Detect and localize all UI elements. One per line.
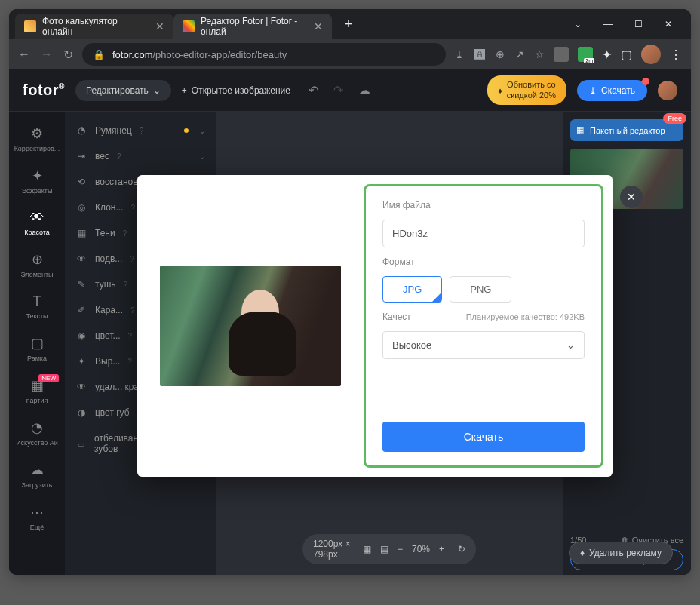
modal-download-button[interactable]: Скачать <box>382 422 585 452</box>
rail-item-ещ[interactable]: ⋯Ещё <box>9 496 65 539</box>
fit-icon[interactable]: ▦ <box>363 544 371 554</box>
tool-icon: 👁 <box>75 253 88 264</box>
rail-item-эффекты[interactable]: ✦Эффекты <box>9 160 65 202</box>
share-icon[interactable]: ↗ <box>515 48 524 60</box>
info-icon: ? <box>130 306 135 315</box>
app-toolbar: fotor® Редактировать⌄ +Открытое изображе… <box>9 69 691 112</box>
rail-item-тексты[interactable]: TТексты <box>9 286 65 327</box>
rail-label: партия <box>26 397 48 404</box>
browser-tab-active[interactable]: Редактор Fotor | Fotor - онлай ✕ <box>173 14 332 39</box>
rail-item-партия[interactable]: ▦партияNEW <box>9 370 65 412</box>
window-close[interactable]: ✕ <box>661 19 676 29</box>
rail-icon: ◔ <box>31 419 43 436</box>
cloud-icon[interactable]: ☁ <box>358 83 370 97</box>
tool-icon: ◉ <box>75 330 88 341</box>
new-tab-button[interactable]: + <box>338 14 359 35</box>
history-icon[interactable]: ↻ <box>458 544 465 554</box>
filename-input[interactable] <box>382 220 585 247</box>
rail-label: Ещё <box>30 524 44 531</box>
remove-ads-button[interactable]: ♦Удалить рекламу <box>569 542 673 564</box>
tabs-icon[interactable]: ▢ <box>621 48 632 62</box>
edit-dropdown[interactable]: Редактировать⌄ <box>75 80 171 101</box>
zoom-out-icon[interactable]: − <box>398 544 403 554</box>
profile-avatar[interactable] <box>641 45 661 64</box>
quality-label: Качест <box>382 312 411 322</box>
tool-icon: ⌓ <box>75 438 87 449</box>
rail-label: Искусство Аи <box>16 439 58 447</box>
close-icon[interactable]: ✕ <box>314 20 323 32</box>
download-button[interactable]: ⤓Скачать <box>577 80 647 101</box>
install-icon[interactable]: ⤓ <box>455 48 464 60</box>
close-icon[interactable]: ✕ <box>155 20 164 32</box>
rail-icon: ▢ <box>31 335 44 352</box>
extensions-icon[interactable]: ✦ <box>602 48 612 62</box>
zoom-percent: 70% <box>412 544 430 554</box>
bookmark-icon[interactable]: ☆ <box>535 48 545 60</box>
nav-forward-icon[interactable]: → <box>41 48 53 62</box>
fotor-logo[interactable]: fotor® <box>23 81 65 99</box>
zoom-icon[interactable]: ⊕ <box>496 48 505 60</box>
rail-item-загрузить[interactable]: ☁Загрузить <box>9 454 65 496</box>
beauty-item[interactable]: ◔Румянец?⌄ <box>65 118 216 143</box>
browser-tab[interactable]: Фото калькулятор онлайн ✕ <box>15 14 173 39</box>
rail-icon: ⊕ <box>32 251 43 268</box>
info-icon: ? <box>127 358 132 366</box>
rail-item-красота[interactable]: 👁Красота <box>9 202 65 244</box>
menu-icon[interactable]: ⋮ <box>670 48 682 62</box>
window-maximize[interactable]: ☐ <box>631 19 646 29</box>
quality-estimate: Планируемое качество: 492KB <box>466 312 585 321</box>
info-icon: ? <box>123 229 127 238</box>
user-avatar[interactable] <box>658 81 677 100</box>
translate-icon[interactable]: 🅰 <box>474 48 485 60</box>
rail-item-искусствоаи[interactable]: ◔Искусство Аи <box>9 412 65 454</box>
tool-label: Клон... <box>95 202 123 213</box>
nav-back-icon[interactable]: ← <box>18 48 30 62</box>
rail-item-элементы[interactable]: ⊕Элементы <box>9 244 65 286</box>
download-icon: ⤓ <box>589 85 597 96</box>
tool-icon: ◎ <box>75 202 88 213</box>
diamond-icon: ♦ <box>580 548 585 558</box>
nav-reload-icon[interactable]: ↻ <box>63 48 73 62</box>
extension-icon[interactable]: 2m <box>578 47 593 62</box>
chevron-down-icon: ⌄ <box>199 127 205 135</box>
redo-icon[interactable]: ↷ <box>333 83 343 97</box>
tab-favicon <box>183 20 195 32</box>
chevron-down-icon: ⌄ <box>566 339 575 351</box>
tool-icon: ⟲ <box>75 177 88 187</box>
open-image-button[interactable]: +Открытое изображение <box>182 85 290 96</box>
window-minimize[interactable]: — <box>600 19 616 29</box>
batch-icon: ▦ <box>576 125 584 135</box>
tool-label: подв... <box>95 253 122 264</box>
actual-icon[interactable]: ▤ <box>380 544 388 554</box>
tool-icon: ✎ <box>75 279 88 290</box>
rail-item-корректиров[interactable]: ⚙Корректиров... <box>9 118 65 160</box>
modal-close-button[interactable]: ✕ <box>620 186 643 208</box>
quality-select[interactable]: Высокое ⌄ <box>382 331 585 359</box>
plus-icon: + <box>182 85 187 96</box>
info-icon: ? <box>124 281 128 289</box>
chevron-down-icon: ⌄ <box>199 152 205 161</box>
format-jpg-button[interactable]: JPG <box>382 276 442 302</box>
rail-label: Эффекты <box>22 187 53 195</box>
free-badge: Free <box>663 113 686 124</box>
rail-label: Красота <box>24 229 50 236</box>
extension-icon[interactable] <box>554 47 569 62</box>
beauty-item[interactable]: ⇥вес?⌄ <box>65 143 216 169</box>
tool-icon: ⇥ <box>75 151 88 161</box>
zoom-in-icon[interactable]: + <box>439 544 444 554</box>
window-dropdown[interactable]: ⌄ <box>570 19 585 29</box>
lock-icon: 🔒 <box>93 49 105 60</box>
rail-item-рамка[interactable]: ▢Рамка <box>9 327 65 370</box>
upgrade-button[interactable]: ♦ Обновить соскидкой 20% <box>487 75 566 104</box>
undo-icon[interactable]: ↶ <box>309 83 318 97</box>
url-field[interactable]: 🔒 fotor.com/photo-editor-app/editor/beau… <box>82 43 446 66</box>
tool-label: тушь <box>95 279 116 290</box>
address-bar: ← → ↻ 🔒 fotor.com/photo-editor-app/edito… <box>9 39 691 69</box>
batch-editor-button[interactable]: ▦ Пакетный редактор Free <box>570 119 683 141</box>
rail-label: Загрузить <box>21 481 52 489</box>
format-png-button[interactable]: PNG <box>450 276 511 302</box>
info-icon: ? <box>117 152 121 161</box>
tool-icon: ◑ <box>75 407 88 418</box>
url-domain: fotor.com <box>112 49 152 60</box>
diamond-icon: ♦ <box>498 86 502 95</box>
